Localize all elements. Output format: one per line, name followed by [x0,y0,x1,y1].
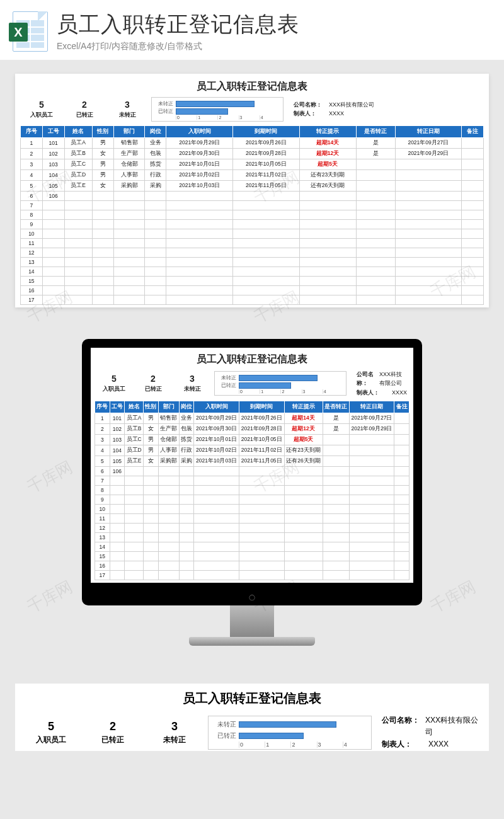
cell-duedate: 2021年11月02日 [233,169,300,180]
cell-no: 8 [21,210,43,219]
cell-confirmdate [349,455,394,466]
meta-block: 公司名称：XXX科技有限公司 制表人：XXXX [377,714,481,751]
cell-confirmdate [395,159,462,169]
table-row-empty: 11 [95,513,410,523]
table-header-cell: 部门 [114,125,144,137]
chart-category-label: 已转正 [217,382,236,389]
cell-no: 1 [95,413,110,423]
chart-xtick: 1 [265,742,290,748]
cell-dept: 仓储部 [158,434,179,445]
stat-label: 已转正 [84,735,141,745]
table-header-cell: 转正提示 [299,125,356,137]
stat-value: 3 [108,100,146,110]
maker-label: 制表人： [382,738,426,750]
table-row-empty: 8 [95,485,410,495]
table-header-cell: 工号 [42,125,64,137]
chart-bar [239,375,318,381]
cell-no: 1 [21,137,43,148]
company-label: 公司名称： [382,714,423,738]
cell-sex [92,191,114,200]
cell-tip: 超期14天 [299,137,356,148]
stat-block: 5 入职员工 [23,100,60,119]
cell-name: 员工A [125,413,144,423]
cell-indate: 2021年09月30日 [166,148,233,159]
table-header-cell: 到期时间 [233,125,300,137]
cell-duedate [233,191,300,200]
spreadsheet-preview-in-monitor: 员工入职转正登记信息表 5 入职员工 2 已转正 3 未转正未转正 已转正 01… [91,348,413,583]
chart-bar [176,101,255,107]
cell-indate: 2021年10月01日 [166,159,233,169]
cell-no: 4 [95,445,110,455]
cell-sex: 女 [92,180,114,191]
cell-empid: 105 [42,180,64,191]
spreadsheet-preview: 员工入职转正登记信息表 5 入职员工 2 已转正 3 未转正未转正 已转正 01… [15,74,489,307]
cell-no: 15 [21,276,43,285]
meta-block: 公司名称：XXX科技有限公司 制表人：XXXX [289,100,481,118]
cell-tip: 还有26天到期 [299,180,356,191]
hero-header: X 员工入职转正登记信息表 Excel/A4打印/内容随意修改/自带格式 [0,0,504,60]
cell-confirmdate [395,169,462,180]
cell-empid: 106 [110,466,125,476]
cell-empid: 106 [42,191,64,200]
chart-xtick: 4 [260,115,280,120]
stat-value: 2 [66,100,103,110]
stat-label: 未转正 [146,735,203,745]
stat-block: 5 入职员工 [97,374,131,393]
cell-confirmdate: 2021年09月27日 [349,413,394,423]
table-header-cell: 序号 [21,125,43,137]
chart-bar [176,108,228,115]
cell-note [394,445,410,455]
cell-no: 7 [95,476,110,485]
stat-value: 5 [97,374,131,384]
cell-no: 10 [21,229,43,238]
cell-name: 员工C [125,434,144,445]
cell-no: 8 [95,485,110,495]
cell-post: 包装 [144,148,166,159]
cell-no: 5 [21,180,43,191]
stat-value: 3 [175,374,209,384]
cell-note [462,137,484,148]
table-header-cell: 性别 [92,125,114,137]
chart-xtick: 4 [343,742,369,748]
table-row-empty: 10 [21,229,484,238]
bar-chart: 未转正 已转正 01234 [151,97,284,122]
cell-post [179,466,194,476]
stat-value: 5 [23,720,79,733]
chart-xtick: 4 [323,389,343,394]
cell-indate: 2021年10月03日 [194,455,239,466]
stat-label: 未转正 [108,111,146,119]
cell-name: 员工A [64,137,92,148]
cell-indate: 2021年09月29日 [194,413,239,423]
chart-xtick: 2 [280,389,301,394]
chart-bar [239,721,336,728]
cell-note [462,148,484,159]
cell-no: 12 [21,248,43,257]
cell-dept: 采购部 [114,180,144,191]
table-row-empty: 15 [21,276,484,285]
cell-no: 3 [95,434,110,445]
cell-no: 9 [21,219,43,229]
cell-confirmed [356,169,395,180]
summary-row: 5 入职员工 2 已转正 3 未转正未转正 已转正 01234 公司名称：XXX… [94,370,410,397]
cell-indate [166,191,233,200]
chart-xtick: 3 [302,389,323,394]
chart-category-label: 未转正 [211,720,236,729]
cell-confirmdate [349,434,394,445]
cell-tip: 超期5天 [284,434,323,445]
cell-no: 15 [95,551,110,561]
cell-indate [194,466,239,476]
cell-dept: 仓储部 [114,159,144,169]
table-row: 3 103 员工C 男 仓储部 拣货 2021年10月01日 2021年10月0… [95,434,410,445]
cell-post: 行政 [144,169,166,180]
table-row-empty: 9 [21,219,484,229]
cell-no: 17 [21,295,43,304]
company-value: XXX科技有限公司 [425,714,481,738]
cell-tip [284,466,323,476]
cell-empid: 103 [110,434,125,445]
stat-block: 2 已转正 [84,720,141,745]
cell-confirmdate: 2021年09月27日 [395,137,462,148]
cell-name: 员工D [64,169,92,180]
cell-dept: 生产部 [158,423,179,434]
table-header-cell: 转正日期 [395,125,462,137]
table-row-empty: 7 [95,476,410,485]
